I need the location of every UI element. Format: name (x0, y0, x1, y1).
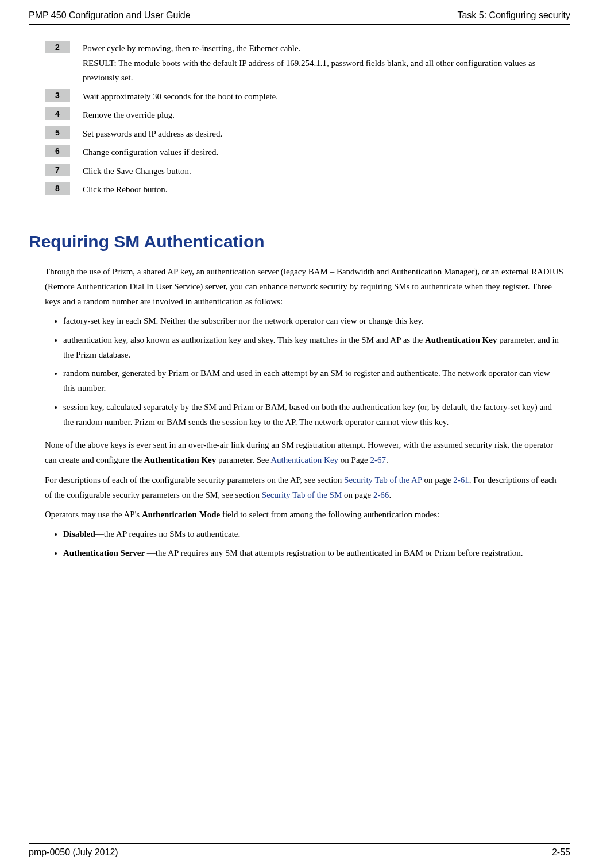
link-page-2-67[interactable]: 2-67 (370, 455, 387, 464)
link-authentication-key[interactable]: Authentication Key (270, 455, 338, 464)
link-security-tab-ap[interactable]: Security Tab of the AP (344, 475, 422, 485)
header-right: Task 5: Configuring security (457, 10, 570, 21)
steps-list: 2Power cycle by removing, then re-insert… (45, 41, 565, 197)
list-item: session key, calculated separately by th… (63, 400, 565, 430)
text-bold: Authentication Key (144, 455, 216, 464)
step-row: 2Power cycle by removing, then re-insert… (45, 41, 565, 86)
page-header: PMP 450 Configuration and User Guide Tas… (29, 10, 570, 25)
text-run: on page (422, 475, 454, 485)
footer-left: pmp-0050 (July 2012) (29, 847, 118, 858)
step-number: 6 (45, 145, 70, 157)
step-row: 3Wait approximately 30 seconds for the b… (45, 89, 565, 104)
step-number: 8 (45, 182, 70, 195)
step-row: 7Click the Save Changes button. (45, 164, 565, 179)
bullet-list-2: Disabled—the AP requires no SMs to authe… (45, 526, 565, 560)
step-text: Click the Save Changes button. (83, 164, 191, 179)
text-run: For descriptions of each of the configur… (45, 475, 344, 485)
list-item: random number, generated by Prizm or BAM… (63, 366, 565, 396)
text-run: parameter. See (216, 455, 270, 464)
body-content: Through the use of Prizm, a shared AP ke… (45, 264, 565, 560)
text-run: field to select from among the following… (220, 510, 439, 519)
step-number: 5 (45, 126, 70, 139)
link-page-2-66[interactable]: 2-66 (373, 490, 389, 499)
step-number: 3 (45, 89, 70, 102)
step-text: Change configuration values if desired. (83, 145, 218, 160)
step-row: 8Click the Reboot button. (45, 182, 565, 197)
step-number: 2 (45, 41, 70, 53)
paragraph: Through the use of Prizm, a shared AP ke… (45, 264, 565, 309)
step-text: Wait approximately 30 seconds for the bo… (83, 89, 278, 104)
step-text: Power cycle by removing, then re-inserti… (83, 41, 565, 86)
text-run: . (386, 455, 388, 464)
section-heading: Requiring SM Authentication (29, 232, 570, 251)
list-item: Disabled—the AP requires no SMs to authe… (63, 526, 565, 541)
link-security-tab-sm[interactable]: Security Tab of the SM (262, 490, 342, 499)
paragraph: None of the above keys is ever sent in a… (45, 437, 565, 468)
bullet-list-1: factory-set key in each SM. Neither the … (45, 313, 565, 429)
list-item: Authentication Server —the AP requires a… (63, 545, 565, 560)
text-run: Operators may use the AP's (45, 510, 142, 519)
list-item: factory-set key in each SM. Neither the … (63, 313, 565, 328)
text-run: on page (342, 490, 373, 499)
footer-right: 2-55 (552, 847, 570, 858)
step-text: Click the Reboot button. (83, 182, 168, 197)
header-left: PMP 450 Configuration and User Guide (29, 10, 191, 21)
paragraph: Operators may use the AP's Authenticatio… (45, 507, 565, 522)
paragraph: For descriptions of each of the configur… (45, 472, 565, 503)
step-number: 4 (45, 107, 70, 120)
step-row: 5Set passwords and IP address as desired… (45, 126, 565, 142)
step-row: 4Remove the override plug. (45, 107, 565, 123)
text-bold: Authentication Mode (142, 510, 220, 519)
link-page-2-61[interactable]: 2-61 (453, 475, 469, 485)
text-run: on Page (338, 455, 370, 464)
step-number: 7 (45, 164, 70, 176)
step-text: Remove the override plug. (83, 107, 175, 123)
page-footer: pmp-0050 (July 2012) 2-55 (29, 843, 570, 858)
step-text: Set passwords and IP address as desired. (83, 126, 222, 142)
list-item: authentication key, also known as author… (63, 332, 565, 363)
text-run: . (389, 490, 391, 499)
step-row: 6Change configuration values if desired. (45, 145, 565, 160)
